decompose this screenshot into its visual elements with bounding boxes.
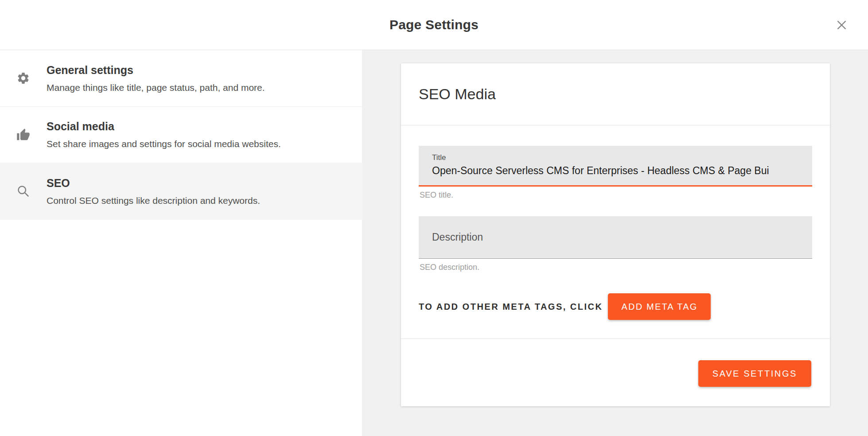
meta-tags-hint-text: TO ADD OTHER META TAGS, CLICK xyxy=(419,302,603,312)
seo-description-helper: SEO description. xyxy=(420,263,812,272)
seo-title-field-group: Title SEO title. xyxy=(419,146,812,200)
sidebar-item-social-media[interactable]: Social media Set share images and settin… xyxy=(0,106,362,163)
add-meta-tag-button[interactable]: ADD META TAG xyxy=(608,293,711,320)
sidebar-item-description: Manage things like title, page status, p… xyxy=(47,82,344,93)
search-icon xyxy=(0,184,47,199)
seo-description-input[interactable] xyxy=(432,231,799,243)
card-body: Title SEO title. SEO description. TO ADD… xyxy=(401,125,830,339)
sidebar-item-description: Control SEO settings like description an… xyxy=(47,195,344,206)
card-heading: SEO Media xyxy=(419,86,496,103)
close-icon xyxy=(836,19,848,31)
modal-body: General settings Manage things like titl… xyxy=(0,50,868,436)
meta-tags-row: TO ADD OTHER META TAGS, CLICK ADD META T… xyxy=(419,293,812,339)
seo-title-label: Title xyxy=(432,153,799,162)
sidebar-item-title: General settings xyxy=(47,64,344,77)
modal-header: Page Settings xyxy=(0,0,868,50)
seo-title-helper: SEO title. xyxy=(420,191,812,200)
card-footer: SAVE SETTINGS xyxy=(401,339,830,406)
page-settings-modal: Page Settings General settings Manage t xyxy=(0,0,868,436)
settings-content-panel: SEO Media Title SEO title. xyxy=(362,50,868,436)
seo-settings-card: SEO Media Title SEO title. xyxy=(401,63,830,406)
thumb-up-icon xyxy=(0,128,47,142)
page-title: Page Settings xyxy=(389,17,479,32)
gear-icon xyxy=(0,71,47,85)
card-header: SEO Media xyxy=(401,63,830,125)
close-button[interactable] xyxy=(834,18,849,32)
settings-sidebar: General settings Manage things like titl… xyxy=(0,50,362,436)
seo-description-field xyxy=(419,216,812,259)
sidebar-item-general-settings[interactable]: General settings Manage things like titl… xyxy=(0,50,362,106)
sidebar-item-description: Set share images and settings for social… xyxy=(47,139,344,149)
seo-title-input[interactable] xyxy=(432,165,799,177)
sidebar-item-title: Social media xyxy=(47,120,344,133)
seo-description-field-group: SEO description. xyxy=(419,216,812,272)
sidebar-item-title: SEO xyxy=(47,177,344,190)
save-settings-button[interactable]: SAVE SETTINGS xyxy=(698,360,811,387)
seo-title-field: Title xyxy=(419,146,812,187)
sidebar-item-seo[interactable]: SEO Control SEO settings like descriptio… xyxy=(0,163,362,220)
